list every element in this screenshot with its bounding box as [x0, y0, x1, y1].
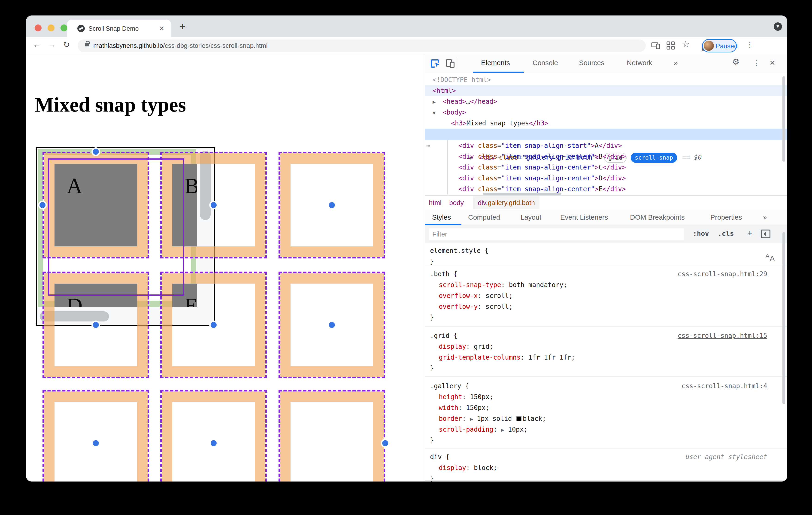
sidebar-toggle-icon[interactable] [760, 229, 771, 239]
source-link[interactable]: css-scroll-snap.html:15 [677, 330, 767, 341]
inspect-element-icon[interactable] [430, 58, 441, 69]
tab-computed[interactable]: Computed [468, 213, 500, 221]
css-property[interactable]: grid-template-columns: 1fr 1fr 1fr; [439, 352, 785, 363]
forward-button[interactable]: → [48, 40, 56, 49]
snap-point-start-left [39, 202, 46, 208]
settings-gear-icon[interactable]: ⚙ [732, 57, 740, 67]
css-property-scroll-padding[interactable]: scroll-padding: ▶ 10px; [439, 424, 785, 435]
snap-point-center-h [211, 440, 216, 446]
crumb-html[interactable]: html [429, 196, 441, 210]
tab-overview-button[interactable]: ▼ [774, 22, 782, 31]
dom-hscrollbar-thumb[interactable] [483, 193, 561, 195]
device-toolbar-icon[interactable] [445, 58, 456, 69]
source-link[interactable]: css-scroll-snap.html:4 [682, 380, 767, 392]
tab-elements[interactable]: Elements [481, 59, 510, 67]
tab-properties[interactable]: Properties [710, 213, 742, 221]
tab-layout[interactable]: Layout [521, 213, 541, 221]
styles-scrollbar-thumb[interactable] [782, 232, 785, 404]
css-property-overridden[interactable]: display: block; [439, 462, 785, 473]
tab-close-icon[interactable]: ✕ [159, 25, 165, 32]
rule-grid[interactable]: .grid {css-scroll-snap.html:15 [430, 330, 777, 341]
dom-head[interactable]: ▶<head>…</head> [425, 96, 787, 107]
rule-element-style[interactable]: element.style { [430, 245, 777, 256]
rule-gallery[interactable]: .gallery {css-scroll-snap.html:4 [430, 380, 777, 392]
back-button[interactable]: ← [33, 40, 41, 49]
css-property[interactable]: overflow-x: scroll; [439, 290, 785, 301]
new-tab-button[interactable]: + [180, 21, 185, 32]
user-agent-stylesheet-label: user agent stylesheet [686, 452, 767, 462]
bookmark-star-icon[interactable]: ☆ [682, 39, 690, 49]
css-property[interactable]: height: 150px; [439, 392, 785, 402]
browser-window: Scroll Snap Demo ✕ + ▼ ← → ↻ mathiasbyne… [26, 16, 787, 482]
grid-overlay-rect [48, 159, 184, 295]
tab-console[interactable]: Console [532, 59, 558, 67]
browser-tab[interactable]: Scroll Snap Demo ✕ [67, 20, 171, 37]
css-property[interactable]: overflow-y: scroll; [439, 301, 785, 312]
font-size-icon[interactable]: AA [765, 252, 777, 262]
snap-point-center-d [93, 322, 99, 328]
avatar [704, 41, 714, 51]
source-link[interactable]: css-scroll-snap.html:29 [677, 268, 767, 280]
dom-item-d[interactable]: <div class="item snap-align-center">D</d… [425, 173, 787, 183]
css-property[interactable]: scroll-snap-type: both mandatory; [439, 280, 785, 290]
filter-input[interactable] [429, 228, 684, 240]
dom-item-a[interactable]: <div class="item snap-align-start">A</di… [425, 140, 787, 151]
zoom-window-button[interactable] [60, 25, 67, 31]
tab-styles[interactable]: Styles [432, 213, 451, 221]
devtools-close-icon[interactable]: ✕ [770, 59, 775, 67]
cls-toggle[interactable]: .cls [718, 230, 734, 237]
dom-scrollbar-thumb[interactable] [782, 76, 785, 162]
devtools-panel: Elements Console Sources Network » ⚙ ⋮ ✕… [425, 54, 787, 482]
dom-html[interactable]: <html> [425, 85, 787, 96]
reload-button[interactable]: ↻ [63, 40, 70, 49]
crumb-body[interactable]: body [449, 196, 464, 210]
snap-point-center-e [211, 322, 216, 328]
crumb-selected[interactable]: div.gallery.grid.both [473, 196, 540, 209]
css-property[interactable]: display: grid; [439, 341, 785, 352]
active-tab-underline [473, 71, 524, 73]
hov-toggle[interactable]: :hov [693, 230, 709, 237]
sidebar-tabs: Styles Computed Layout Event Listeners D… [425, 210, 787, 225]
paused-label: Paused [716, 42, 737, 50]
new-style-rule-button[interactable]: + [747, 228, 752, 238]
dom-item-e[interactable]: <div class="item snap-align-center">E</d… [425, 183, 787, 195]
snap-area-8 [160, 390, 267, 482]
color-swatch[interactable] [516, 416, 521, 421]
css-property[interactable]: width: 150px; [439, 402, 785, 413]
url-text: mathiasbynens.github.io/css-dbg-stories/… [93, 42, 268, 50]
tab-sidebar-more[interactable]: » [763, 213, 767, 221]
dom-doctype[interactable]: <!DOCTYPE html> [425, 74, 787, 85]
css-property-border[interactable]: border: ▶ 1px solid black; [439, 413, 785, 424]
breadcrumb: html body div.gallery.grid.both [425, 195, 787, 210]
toolbar-divider [458, 58, 458, 70]
dom-item-c[interactable]: <div class="item snap-align-center">C</d… [425, 162, 787, 173]
snap-area-9 [279, 390, 385, 482]
browser-menu-icon[interactable]: ⋮ [746, 40, 754, 49]
qr-share-icon[interactable] [666, 40, 676, 51]
tab-dom-breakpoints[interactable]: DOM Breakpoints [630, 213, 685, 221]
dom-item-b[interactable]: <div class="item snap-align-center">B</d… [425, 151, 787, 162]
address-bar[interactable]: mathiasbynens.github.io/css-dbg-stories/… [78, 39, 646, 52]
tab-strip: Scroll Snap Demo ✕ + ▼ [26, 16, 787, 37]
lock-icon [85, 43, 89, 47]
dom-body[interactable]: ▼<body> [425, 107, 787, 118]
dom-tree: <!DOCTYPE html> <html> ▶<head>…</head> ▼… [425, 73, 787, 195]
tab-more-panels[interactable]: » [674, 59, 678, 67]
minimize-window-button[interactable] [48, 25, 55, 31]
dom-h3[interactable]: <h3>Mixed snap types</h3> [425, 118, 787, 128]
active-sidebar-underline [425, 224, 461, 225]
snap-point-center-c [329, 202, 335, 208]
tab-network[interactable]: Network [627, 59, 652, 67]
profile-paused-badge[interactable]: Paused [702, 39, 737, 52]
close-window-button[interactable] [35, 25, 41, 31]
browser-toolbar: ← → ↻ mathiasbynens.github.io/css-dbg-st… [26, 37, 787, 54]
expand-triangle-icon: ▶ [501, 427, 504, 433]
dom-gallery-selected[interactable]: ⋯ ▼<div class="gallery grid both">gridsc… [425, 128, 787, 140]
devtools-menu-icon[interactable]: ⋮ [753, 59, 760, 67]
tab-sources[interactable]: Sources [579, 59, 604, 67]
rule-both[interactable]: .both {css-scroll-snap.html:29 [430, 268, 777, 280]
snap-point-center-f [329, 322, 335, 328]
cast-devices-icon[interactable] [651, 40, 661, 51]
tab-event-listeners[interactable]: Event Listeners [560, 213, 608, 221]
rule-div-ua[interactable]: div {user agent stylesheet [430, 452, 777, 462]
